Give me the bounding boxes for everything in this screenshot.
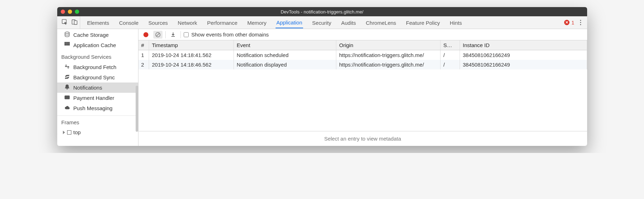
tab-sources[interactable]: Sources: [148, 17, 169, 28]
download-icon: [170, 32, 176, 38]
inspect-element-icon[interactable]: [61, 19, 68, 26]
sidebar-frames-group: Frames top: [57, 115, 138, 137]
svg-rect-2: [74, 21, 77, 24]
devtools-window: DevTools - notification-triggers.glitch.…: [57, 7, 587, 146]
tab-network[interactable]: Network: [177, 17, 198, 28]
column-header[interactable]: Instance ID: [460, 40, 587, 50]
column-header[interactable]: #: [138, 40, 149, 50]
clear-icon: [155, 32, 161, 38]
table-row[interactable]: 22019-10-24 14:18:46.562Notification dis…: [138, 60, 587, 69]
record-button[interactable]: [141, 31, 150, 39]
tab-hints[interactable]: Hints: [449, 17, 462, 28]
error-count: 1: [572, 20, 574, 25]
sidebar-bg-group: Background Services Background FetchBack…: [57, 50, 138, 113]
card-icon: [64, 95, 70, 101]
svg-rect-14: [171, 36, 175, 37]
sidebar-item-label: Background Sync: [73, 74, 115, 80]
tab-elements[interactable]: Elements: [87, 17, 110, 28]
traffic-lights: [57, 10, 79, 14]
sidebar-item-label: Payment Handler: [73, 95, 114, 101]
sidebar-item-cache-storage[interactable]: Cache Storage: [57, 30, 138, 40]
cell-sw: /: [441, 60, 460, 69]
window-title: DevTools - notification-triggers.glitch.…: [57, 9, 587, 15]
column-header[interactable]: Timestamp: [149, 40, 234, 50]
db-icon: [64, 32, 70, 38]
svg-point-3: [65, 32, 69, 34]
show-other-domains-input[interactable]: [184, 32, 189, 37]
cell-sw: /: [441, 50, 460, 60]
cell-ts: 2019-10-24 14:18:41.562: [149, 50, 234, 60]
sidebar-item-label: Application Cache: [73, 42, 116, 48]
show-other-domains-checkbox[interactable]: Show events from other domains: [184, 32, 269, 38]
toolbar-divider: [181, 31, 181, 38]
sidebar: Cache StorageApplication Cache Backgroun…: [57, 29, 138, 146]
cell-or: https://notification-triggers.glitch.me/: [336, 60, 441, 69]
sidebar-item-background-sync[interactable]: Background Sync: [57, 72, 138, 83]
record-icon: [143, 32, 148, 37]
download-button[interactable]: [169, 31, 178, 39]
titlebar: DevTools - notification-triggers.glitch.…: [57, 7, 587, 16]
bell-icon: [64, 84, 70, 91]
top-tabbar: ElementsConsoleSourcesNetworkPerformance…: [57, 16, 587, 29]
sidebar-item-application-cache[interactable]: Application Cache: [57, 40, 138, 50]
cell-n: 1: [138, 50, 149, 60]
cell-ts: 2019-10-24 14:18:46.562: [149, 60, 234, 69]
sidebar-item-push-messaging[interactable]: Push Messaging: [57, 103, 138, 113]
tab-performance[interactable]: Performance: [206, 17, 238, 28]
tab-memory[interactable]: Memory: [247, 17, 267, 28]
sidebar-heading-frames: Frames: [57, 116, 138, 127]
show-other-domains-label: Show events from other domains: [191, 32, 269, 38]
sidebar-storage-group: Cache StorageApplication Cache: [57, 29, 138, 50]
table-body: 12019-10-24 14:18:41.562Notification sch…: [138, 50, 587, 70]
svg-rect-5: [66, 42, 68, 44]
svg-rect-4: [65, 42, 66, 44]
svg-line-13: [156, 33, 159, 36]
sidebar-item-label: Push Messaging: [73, 105, 113, 111]
cell-ev: Notification scheduled: [234, 50, 336, 60]
inspect-controls: [59, 16, 80, 29]
zoom-window-button[interactable]: [75, 10, 79, 14]
panel-tabs: ElementsConsoleSourcesNetworkPerformance…: [80, 17, 564, 28]
sync-icon: [64, 74, 70, 81]
column-header[interactable]: Origin: [336, 40, 441, 50]
grid-icon: [64, 42, 70, 49]
sidebar-item-label: Cache Storage: [73, 32, 109, 38]
bgf-icon: [64, 64, 70, 70]
right-panel: Show events from other domains #Timestam…: [138, 29, 587, 146]
cell-ev: Notification displayed: [234, 60, 336, 69]
cell-id: 3845081062166249: [460, 50, 587, 60]
tab-chromelens[interactable]: ChromeLens: [365, 17, 397, 28]
sidebar-item-notifications[interactable]: Notifications: [57, 83, 138, 93]
events-table-container: #TimestampEventOriginSW …Instance ID 120…: [138, 40, 587, 131]
clear-button[interactable]: [153, 31, 163, 39]
metadata-hint: Select an entry to view metadata: [138, 131, 587, 146]
tab-audits[interactable]: Audits: [341, 17, 357, 28]
svg-rect-7: [65, 44, 66, 45]
tab-application[interactable]: Application: [276, 17, 303, 28]
frame-icon: [67, 130, 71, 135]
svg-rect-9: [68, 44, 70, 45]
column-header[interactable]: Event: [234, 40, 336, 50]
close-window-button[interactable]: [61, 10, 65, 14]
tab-console[interactable]: Console: [118, 17, 139, 28]
table-row[interactable]: 12019-10-24 14:18:41.562Notification sch…: [138, 50, 587, 60]
sidebar-item-label: Background Fetch: [73, 64, 117, 70]
sidebar-item-label: Notifications: [73, 85, 102, 91]
more-options-button[interactable]: [577, 20, 585, 25]
frame-top[interactable]: top: [57, 127, 138, 137]
column-header[interactable]: SW …: [441, 40, 460, 50]
disclosure-triangle-icon: [63, 131, 65, 134]
cell-n: 2: [138, 60, 149, 69]
device-toggle-icon[interactable]: [71, 19, 78, 26]
svg-rect-6: [68, 42, 70, 44]
sidebar-item-payment-handler[interactable]: Payment Handler: [57, 93, 138, 103]
tab-feature-policy[interactable]: Feature Policy: [405, 17, 441, 28]
cloud-icon: [64, 105, 70, 112]
frame-label: top: [73, 129, 81, 135]
sidebar-heading-bg: Background Services: [57, 51, 138, 62]
minimize-window-button[interactable]: [68, 10, 72, 14]
tab-security[interactable]: Security: [312, 17, 332, 28]
error-indicator[interactable]: ✕ 1: [564, 20, 577, 25]
svg-rect-8: [66, 44, 68, 45]
sidebar-item-background-fetch[interactable]: Background Fetch: [57, 62, 138, 72]
